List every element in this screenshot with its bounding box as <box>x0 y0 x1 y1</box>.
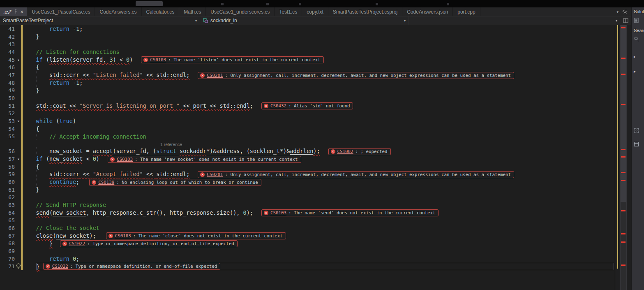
run-icon[interactable]: ▸ <box>634 55 636 59</box>
line-number[interactable]: 68 <box>0 240 16 246</box>
error-code-link[interactable]: CS1022 <box>69 241 85 247</box>
code-text[interactable]: // Send HTTP response <box>21 201 615 209</box>
code-text[interactable]: while (true) <box>21 117 615 125</box>
tab-CodeAnswers.cs[interactable]: CodeAnswers.cs <box>95 7 141 16</box>
code-text[interactable]: return -1; <box>21 79 615 87</box>
error-code-link[interactable]: CS0103 <box>270 210 286 216</box>
inline-error-CS0201[interactable]: ×CS0201: Only assignment, call, incremen… <box>198 171 514 178</box>
line-number[interactable]: 64 <box>0 210 16 216</box>
code-line-49[interactable]: 49 } <box>0 87 615 95</box>
code-text[interactable]: // Accept incoming connection <box>21 133 615 141</box>
tab-CodeAnswers.json[interactable]: CodeAnswers.json <box>402 7 453 16</box>
tab-active-document[interactable]: .cs* × <box>0 7 27 16</box>
line-number[interactable]: 53 <box>0 118 16 124</box>
line-number[interactable]: 55 <box>0 133 16 139</box>
tab-UseCase1_PascalCase.cs[interactable]: UseCase1_PascalCase.cs <box>27 7 95 16</box>
line-number[interactable]: 42 <box>0 34 16 40</box>
inline-error-CS0432[interactable]: ×CS0432: Alias 'std' not found <box>261 102 353 109</box>
code-line-51[interactable]: 51 std::cout << "Server is listening on … <box>0 102 615 110</box>
tab-copy.txt[interactable]: copy.txt <box>302 7 328 16</box>
code-line-64[interactable]: 64 send(new_socket, http_response.c_str(… <box>0 209 615 217</box>
error-code-link[interactable]: CS0103 <box>115 233 131 239</box>
code-line-69[interactable]: 69 <box>0 247 615 255</box>
error-code-link[interactable]: CS0201 <box>207 72 223 79</box>
grid-icon[interactable] <box>634 128 639 134</box>
code-line-65[interactable]: 65 <box>0 217 615 225</box>
code-text[interactable]: { <box>21 125 615 133</box>
code-text[interactable]: std::cerr << "Accept failed" << std::end… <box>21 170 615 178</box>
tab-UseCase1_underscores.cs[interactable]: UseCase1_underscores.cs <box>206 7 275 16</box>
dock-tab-search[interactable]: Searc <box>634 28 644 33</box>
code-text[interactable]: // Close the socket <box>21 224 615 232</box>
code-text[interactable]: std::cerr << "Listen failed" << std::end… <box>21 71 615 79</box>
line-number[interactable]: 70 <box>0 256 16 262</box>
tab-Math.cs[interactable]: Math.cs <box>179 7 206 16</box>
line-number[interactable]: 58 <box>0 164 16 170</box>
inline-error-CS1002[interactable]: ×CS1002: ; expected <box>328 148 391 155</box>
line-number[interactable]: 63 <box>0 202 16 208</box>
code-text[interactable]: } <box>21 33 615 41</box>
line-number[interactable]: 46 <box>0 64 16 70</box>
type-dropdown[interactable]: sockaddr_in ▾ <box>200 16 409 25</box>
line-number[interactable]: 61 <box>0 187 16 193</box>
inline-error-CS0103[interactable]: ×CS0103: The name 'listen' does not exis… <box>141 56 324 63</box>
inline-error-CS0103[interactable]: ×CS0103: The name 'close' does not exist… <box>106 232 286 239</box>
code-line-66[interactable]: 66 // Close the socket <box>0 224 615 232</box>
code-line-45[interactable]: 45∨ if (listen(server_fd, 3) < 0)×CS0103… <box>0 56 615 64</box>
inline-error-CS0103[interactable]: ×CS0103: The name 'send' does not exist … <box>261 209 439 216</box>
code-text[interactable]: }×CS1022: Type or namespace definition, … <box>21 263 615 271</box>
box-icon[interactable] <box>634 142 639 148</box>
code-text[interactable]: if (new_socket < 0)×CS0103: The name 'ne… <box>21 155 615 163</box>
code-line-59[interactable]: 59 std::cerr << "Accept failed" << std::… <box>0 170 615 178</box>
code-line-43[interactable]: 43 <box>0 40 615 48</box>
code-text[interactable]: // Listen for connections <box>21 48 615 56</box>
code-line-55[interactable]: 55 // Accept incoming connection <box>0 133 615 141</box>
inline-error-CS1022[interactable]: ×CS1022: Type or namespace definition, o… <box>43 263 221 270</box>
line-number[interactable]: 69 <box>0 248 16 254</box>
pin-icon[interactable] <box>14 9 18 14</box>
fold-chevron-icon[interactable]: ∨ <box>16 58 21 62</box>
error-code-link[interactable]: CS1022 <box>52 263 68 269</box>
line-number[interactable]: 50 <box>0 95 16 101</box>
tab-port.cpp[interactable]: port.cpp <box>453 7 480 16</box>
code-text[interactable]: } <box>21 87 615 95</box>
line-number[interactable]: 43 <box>0 41 16 47</box>
error-code-link[interactable]: CS0432 <box>270 103 286 109</box>
line-number[interactable]: 47 <box>0 72 16 78</box>
code-line-44[interactable]: 44 // Listen for connections <box>0 48 615 56</box>
line-number[interactable]: 62 <box>0 194 16 200</box>
code-text[interactable]: continue;×CS0139: No enclosing loop out … <box>21 178 615 186</box>
error-code-link[interactable]: CS0139 <box>98 179 114 186</box>
line-number[interactable]: 48 <box>0 80 16 86</box>
line-number[interactable]: 49 <box>0 87 16 93</box>
tab-SmartPasteTestProject.csproj[interactable]: SmartPasteTestProject.csproj <box>328 7 402 16</box>
code-line-48[interactable]: 48 return -1; <box>0 79 615 87</box>
code-text[interactable]: close(new_socket);×CS0103: The name 'clo… <box>21 232 615 240</box>
tab-overflow-chevron-icon[interactable]: ▾ <box>616 10 619 14</box>
code-line-60[interactable]: 60 continue;×CS0139: No enclosing loop o… <box>0 178 615 186</box>
inline-error-CS0103[interactable]: ×CS0103: The name 'new_socket' does not … <box>108 156 301 163</box>
code-region[interactable]: 41 return -1;42 }4344 // Listen for conn… <box>0 25 615 290</box>
code-line-53[interactable]: 53∨ while (true) <box>0 117 615 125</box>
code-line-63[interactable]: 63 // Send HTTP response <box>0 201 615 209</box>
tab-Calculator.cs[interactable]: Calculator.cs <box>142 7 180 16</box>
code-line-70[interactable]: 70 return 0; <box>0 255 615 263</box>
line-number[interactable]: 45 <box>0 57 16 63</box>
code-text[interactable]: }×CS1022: Type or namespace definition, … <box>21 240 615 248</box>
code-text[interactable]: { <box>21 163 615 171</box>
project-dropdown[interactable]: SmartPasteTestProject ▾ <box>0 16 200 25</box>
error-code-link[interactable]: CS0103 <box>150 57 166 63</box>
code-line-57[interactable]: 57∨ if (new_socket < 0)×CS0103: The name… <box>0 155 615 163</box>
close-icon[interactable]: × <box>20 9 23 14</box>
tab-Test1.cs[interactable]: Test1.cs <box>275 7 302 16</box>
code-line-50[interactable]: 50 <box>0 94 615 102</box>
line-number[interactable]: 41 <box>0 26 16 32</box>
inline-error-CS1022[interactable]: ×CS1022: Type or namespace definition, o… <box>60 240 238 247</box>
line-number[interactable]: 71 <box>0 263 16 269</box>
code-line-62[interactable]: 62 <box>0 193 615 201</box>
run-icon[interactable]: ▸ <box>634 70 636 74</box>
lightbulb-icon[interactable] <box>16 263 21 270</box>
line-number[interactable]: 67 <box>0 233 16 239</box>
code-line-56[interactable]: 56 new_socket = accept(server_fd, (struc… <box>0 147 615 155</box>
codelens-references[interactable]: 1 reference <box>160 142 182 147</box>
